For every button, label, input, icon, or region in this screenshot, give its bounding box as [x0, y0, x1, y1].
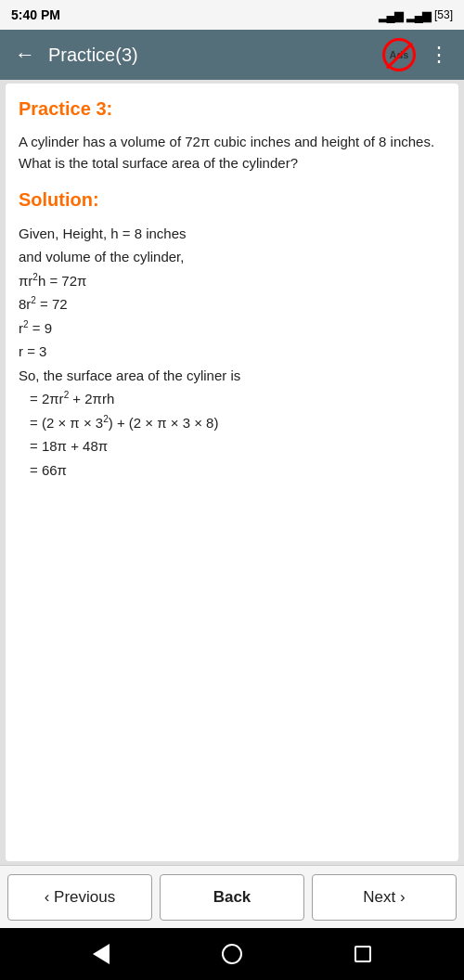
solution-line-3: πr2h = 72π: [19, 269, 445, 293]
main-content: Practice 3: A cylinder has a volume of 7…: [6, 84, 458, 861]
system-home-icon[interactable]: [222, 944, 242, 964]
solution-title: Solution:: [19, 189, 445, 211]
solution-body: Given, Height, h = 8 inches and volume o…: [19, 222, 445, 483]
back-arrow-icon[interactable]: ←: [9, 37, 41, 72]
solution-line-5: r2 = 9: [19, 316, 445, 341]
page-title: Practice(3): [48, 45, 382, 66]
system-bar: [0, 928, 464, 980]
signal-icon: ▂▄▆: [379, 8, 403, 22]
problem-text: A cylinder has a volume of 72π cubic inc…: [19, 131, 445, 174]
bottom-nav: ‹ Previous Back Next ›: [0, 865, 464, 928]
practice-title: Practice 3:: [19, 98, 445, 120]
back-button[interactable]: Back: [160, 874, 304, 921]
status-icons: ▂▄▆ ▂▄▆ [53]: [379, 8, 453, 22]
system-back-icon[interactable]: [93, 944, 110, 964]
system-recents-icon[interactable]: [354, 946, 371, 962]
solution-line-6: r = 3: [19, 340, 445, 364]
solution-line-11: = 66π: [30, 458, 445, 483]
more-options-icon[interactable]: ⋮: [423, 37, 455, 72]
status-time: 5:40 PM: [11, 7, 60, 22]
ads-badge: Ads: [382, 38, 416, 71]
ads-label: Ads: [390, 49, 409, 60]
solution-line-4: 8r2 = 72: [19, 292, 445, 316]
solution-line-8: = 2πr2 + 2πrh: [30, 387, 445, 411]
solution-line-2: and volume of the cylinder,: [19, 245, 445, 269]
previous-button[interactable]: ‹ Previous: [7, 874, 152, 921]
solution-line-9: = (2 × π × 32) + (2 × π × 3 × 8): [30, 411, 445, 435]
signal-icon-2: ▂▄▆: [406, 8, 431, 22]
battery-indicator: [53]: [434, 8, 453, 21]
solution-line-7: So, the surface area of the cyliner is: [19, 364, 445, 388]
status-bar: 5:40 PM ▂▄▆ ▂▄▆ [53]: [0, 0, 464, 30]
solution-line-1: Given, Height, h = 8 inches: [19, 222, 445, 246]
next-button[interactable]: Next ›: [312, 874, 457, 921]
top-nav: ← Practice(3) Ads ⋮: [0, 30, 464, 80]
solution-line-10: = 18π + 48π: [30, 434, 445, 458]
